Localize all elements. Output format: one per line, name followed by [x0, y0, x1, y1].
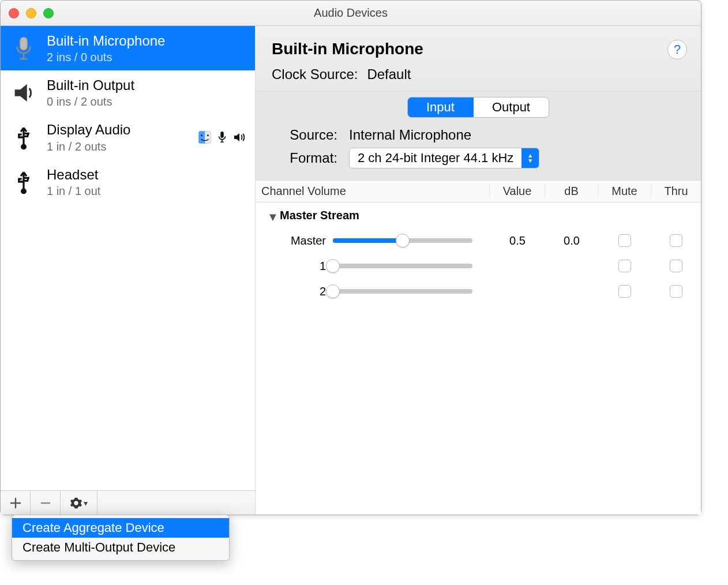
device-io-summary: 1 in / 1 out — [47, 183, 239, 198]
minimize-window-button[interactable] — [26, 8, 36, 18]
volume-slider[interactable] — [333, 238, 472, 243]
detail-title: Built-in Microphone — [272, 40, 685, 58]
speaker-icon — [232, 130, 247, 144]
remove-device-button[interactable] — [31, 491, 61, 515]
io-tabs: Input Output — [407, 97, 549, 118]
thru-checkbox[interactable] — [670, 285, 682, 298]
minus-icon — [40, 497, 51, 509]
volume-slider — [333, 289, 472, 294]
channel-db: 0.0 — [545, 234, 598, 247]
menu-item[interactable]: Create Multi-Output Device — [12, 538, 229, 557]
device-detail-panel: Built-in Microphone Clock Source: Defaul… — [256, 26, 701, 515]
format-stepper-icon: ▲▼ — [521, 148, 539, 168]
device-io-summary: 2 ins / 0 outs — [47, 50, 239, 65]
column-mute: Mute — [598, 185, 651, 198]
device-name: Built-in Microphone — [47, 32, 239, 50]
svg-rect-6 — [220, 132, 224, 138]
channel-row: Master 0.5 0.0 — [256, 228, 701, 253]
svg-point-4 — [201, 134, 202, 136]
format-value: 2 ch 24-bit Integer 44.1 kHz — [350, 148, 521, 168]
channel-name: Master — [269, 234, 333, 247]
svg-point-5 — [207, 134, 209, 136]
channel-table-header: Channel Volume Value dB Mute Thru — [256, 181, 701, 202]
window-controls — [9, 8, 54, 18]
gear-icon — [70, 497, 82, 509]
format-label: Format: — [276, 150, 337, 166]
finder-icon — [197, 130, 212, 145]
usb-icon — [9, 122, 39, 152]
tab-output[interactable]: Output — [474, 97, 549, 117]
source-value: Internal Microphone — [349, 127, 471, 143]
zoom-window-button[interactable] — [43, 8, 54, 18]
mute-checkbox[interactable] — [618, 234, 631, 247]
tab-input[interactable]: Input — [408, 97, 474, 117]
svg-rect-3 — [205, 131, 211, 144]
plus-icon — [10, 497, 21, 509]
thru-checkbox[interactable] — [670, 234, 682, 247]
add-device-button[interactable] — [1, 491, 31, 515]
mic-icon — [9, 33, 39, 63]
channel-row: 2 — [256, 279, 701, 304]
svg-rect-0 — [20, 37, 27, 50]
close-window-button[interactable] — [9, 8, 19, 18]
device-sidebar: Built-in Microphone 2 ins / 0 outs Built… — [1, 26, 256, 515]
device-list-item[interactable]: Built-in Microphone 2 ins / 0 outs — [1, 26, 255, 70]
format-select[interactable]: 2 ch 24-bit Integer 44.1 kHz ▲▼ — [349, 148, 539, 168]
channel-row: 1 — [256, 253, 701, 279]
speaker-icon — [9, 78, 39, 108]
mute-checkbox[interactable] — [618, 285, 631, 298]
source-label: Source: — [276, 127, 337, 143]
column-db: dB — [545, 185, 598, 198]
device-list-item[interactable]: Headset 1 in / 1 out — [1, 160, 255, 204]
channel-name: 2 — [269, 285, 333, 298]
menu-item[interactable]: Create Aggregate Device — [12, 518, 229, 538]
device-list: Built-in Microphone 2 ins / 0 outs Built… — [1, 26, 255, 490]
clock-source-label: Clock Source: — [272, 66, 358, 82]
device-name: Headset — [47, 166, 239, 183]
device-role-icons — [197, 130, 247, 145]
channel-value: 0.5 — [490, 234, 545, 247]
device-name: Built-in Output — [47, 76, 239, 94]
usb-icon — [9, 167, 39, 197]
device-list-item[interactable]: Display Audio 1 in / 2 outs — [1, 115, 255, 159]
help-icon: ? — [674, 42, 681, 57]
chevron-down-icon: ▾ — [84, 498, 88, 508]
detail-header: Built-in Microphone Clock Source: Defaul… — [256, 26, 701, 91]
column-thru: Thru — [651, 185, 701, 198]
device-name: Display Audio — [47, 121, 189, 138]
device-io-summary: 1 in / 2 outs — [47, 139, 189, 154]
device-actions-button[interactable]: ▾ — [61, 491, 97, 515]
device-io-summary: 0 ins / 2 outs — [47, 94, 239, 109]
help-button[interactable]: ? — [667, 40, 687, 59]
device-list-item[interactable]: Built-in Output 0 ins / 2 outs — [1, 70, 255, 115]
clock-source-value: Default — [367, 66, 411, 82]
column-channel-volume: Channel Volume — [256, 185, 490, 198]
channel-table: Channel Volume Value dB Mute Thru ▼ Mast… — [256, 180, 701, 304]
add-device-menu: Create Aggregate DeviceCreate Multi-Outp… — [12, 515, 230, 561]
column-value: Value — [490, 185, 545, 198]
stream-header-row[interactable]: ▼ Master Stream — [256, 202, 701, 228]
mute-checkbox[interactable] — [618, 260, 631, 272]
disclosure-triangle-icon[interactable]: ▼ — [267, 211, 276, 220]
sidebar-footer: ▾ — [1, 490, 255, 515]
thru-checkbox[interactable] — [670, 260, 682, 272]
audio-devices-window: Audio Devices Built-in Microphone 2 ins … — [0, 0, 701, 515]
window-title: Audio Devices — [1, 6, 701, 20]
mic-icon — [216, 130, 228, 145]
volume-slider — [333, 264, 472, 268]
channel-name: 1 — [269, 260, 333, 273]
stream-label: Master Stream — [280, 209, 359, 222]
titlebar: Audio Devices — [1, 1, 701, 26]
